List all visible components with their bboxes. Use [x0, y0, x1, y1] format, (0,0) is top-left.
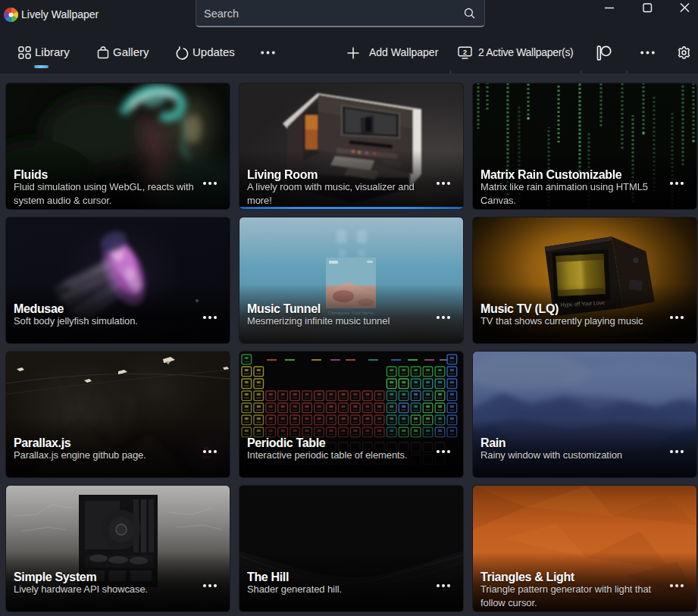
svg-text:2: 2: [463, 48, 467, 56]
